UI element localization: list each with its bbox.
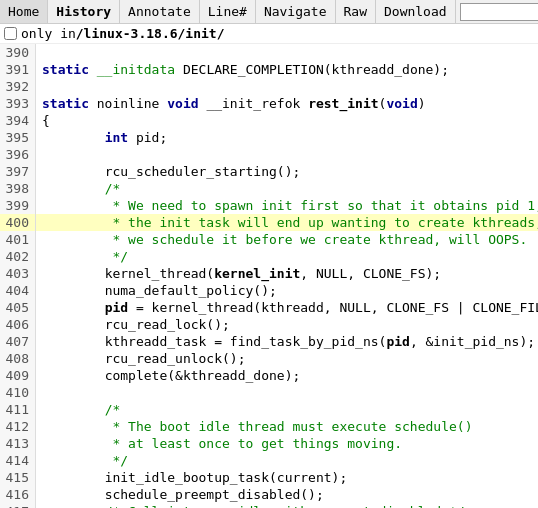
line-number: 394 [0,112,36,129]
line-number: 392 [0,78,36,95]
table-row: 398 /* [0,180,538,197]
line-code: */ [36,452,128,469]
filter-checkbox[interactable] [4,27,17,40]
table-row: 407 kthreadd_task = find_task_by_pid_ns(… [0,333,538,350]
table-row: 416 schedule_preempt_disabled(); [0,486,538,503]
line-code: kernel_thread(kernel_init, NULL, CLONE_F… [36,265,441,282]
table-row: 396 [0,146,538,163]
line-code: int pid; [36,129,167,146]
line-number: 417 [0,503,36,508]
line-code: * The boot idle thread must execute sche… [36,418,472,435]
line-code: kthreadd_task = find_task_by_pid_ns(pid,… [36,333,535,350]
line-code: static __initdata DECLARE_COMPLETION(kth… [36,61,449,78]
line-number: 416 [0,486,36,503]
table-row: 417 /* Call into cpu_idle with preempt d… [0,503,538,508]
table-row: 405 pid = kernel_thread(kthreadd, NULL, … [0,299,538,316]
table-row: 413 * at least once to get things moving… [0,435,538,452]
line-code: /* [36,180,120,197]
filter-bar: only in /linux-3.18.6/init/ [0,24,538,44]
line-code: * the init task will end up wanting to c… [36,214,538,231]
table-row: 404 numa_default_policy(); [0,282,538,299]
table-row: 406 rcu_read_lock(); [0,316,538,333]
line-code: */ [36,248,128,265]
table-row: 402 */ [0,248,538,265]
filter-path: /linux-3.18.6/init/ [76,26,225,41]
line-number: 405 [0,299,36,316]
line-code: /* [36,401,120,418]
nav-raw[interactable]: Raw [336,0,376,23]
line-number: 410 [0,384,36,401]
line-number: 406 [0,316,36,333]
line-code: numa_default_policy(); [36,282,277,299]
line-number: 398 [0,180,36,197]
line-code: * We need to spawn init first so that it… [36,197,538,214]
line-number: 414 [0,452,36,469]
nav-download[interactable]: Download [376,0,456,23]
line-number: 413 [0,435,36,452]
line-number: 397 [0,163,36,180]
nav-home[interactable]: Home [0,0,48,23]
code-area: 390 391 static __initdata DECLARE_COMPLE… [0,44,538,508]
line-code: * at least once to get things moving. [36,435,402,452]
table-row: 400 * the init task will end up wanting … [0,214,538,231]
filter-label: only in [21,26,76,41]
nav-lineno[interactable]: Line# [200,0,256,23]
line-number: 408 [0,350,36,367]
line-number: 390 [0,44,36,61]
table-row: 393 static noinline void __init_refok re… [0,95,538,112]
table-row: 411 /* [0,401,538,418]
line-code: schedule_preempt_disabled(); [36,486,324,503]
table-row: 390 [0,44,538,61]
line-code: static noinline void __init_refok rest_i… [36,95,426,112]
table-row: 410 [0,384,538,401]
table-row: 391 static __initdata DECLARE_COMPLETION… [0,61,538,78]
line-code: init_idle_bootup_task(current); [36,469,347,486]
table-row: 394 { [0,112,538,129]
line-code: { [36,112,50,129]
line-code: rcu_scheduler_starting(); [36,163,300,180]
line-number: 393 [0,95,36,112]
table-row: 399 * We need to spawn init first so tha… [0,197,538,214]
line-code: rcu_read_lock(); [36,316,230,333]
line-number: 396 [0,146,36,163]
table-row: 412 * The boot idle thread must execute … [0,418,538,435]
line-number: 403 [0,265,36,282]
table-row: 397 rcu_scheduler_starting(); [0,163,538,180]
search-input[interactable] [460,3,538,21]
line-code: rcu_read_unlock(); [36,350,246,367]
line-number: 412 [0,418,36,435]
line-number: 409 [0,367,36,384]
nav-annotate[interactable]: Annotate [120,0,200,23]
line-number: 395 [0,129,36,146]
line-number: 391 [0,61,36,78]
line-code: pid = kernel_thread(kthreadd, NULL, CLON… [36,299,538,316]
line-number: 402 [0,248,36,265]
line-number: 399 [0,197,36,214]
line-number: 404 [0,282,36,299]
nav-search-area [456,0,538,23]
line-number: 407 [0,333,36,350]
table-row: 395 int pid; [0,129,538,146]
line-number: 415 [0,469,36,486]
table-row: 403 kernel_thread(kernel_init, NULL, CLO… [0,265,538,282]
nav-bar: Home History Annotate Line# Navigate Raw… [0,0,538,24]
table-row: 392 [0,78,538,95]
table-row: 401 * we schedule it before we create kt… [0,231,538,248]
nav-navigate[interactable]: Navigate [256,0,336,23]
line-number: 401 [0,231,36,248]
line-code: * we schedule it before we create kthrea… [36,231,527,248]
table-row: 414 */ [0,452,538,469]
nav-history[interactable]: History [48,0,120,23]
line-number: 411 [0,401,36,418]
line-number: 400 [0,214,36,231]
table-row: 408 rcu_read_unlock(); [0,350,538,367]
line-code: /* Call into cpu_idle with preempt disab… [36,503,465,508]
table-row: 415 init_idle_bootup_task(current); [0,469,538,486]
table-row: 409 complete(&kthreadd_done); [0,367,538,384]
line-code: complete(&kthreadd_done); [36,367,300,384]
